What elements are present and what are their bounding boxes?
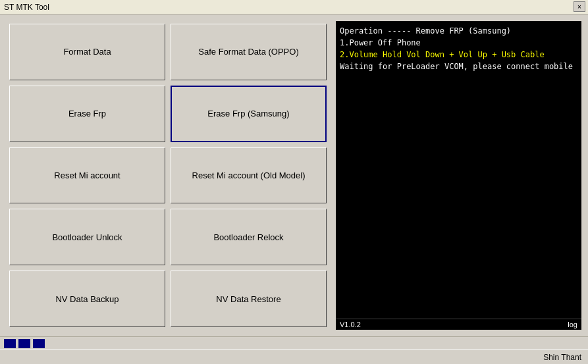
footer-text: Shin Thant — [543, 353, 581, 362]
status-square-3 — [33, 339, 45, 348]
bootloader-unlock-button[interactable]: Bootloader Unlock — [9, 209, 165, 265]
console-line: 1.Power Off Phone — [340, 37, 577, 49]
safe-format-oppo-button[interactable]: Safe Format Data (OPPO) — [171, 24, 327, 80]
bootloader-relock-button[interactable]: Bootloader Relock — [171, 209, 327, 265]
status-square-1 — [4, 339, 16, 348]
console-footer: V1.0.2 log — [336, 319, 581, 330]
reset-mi-account-button[interactable]: Reset Mi account — [9, 147, 165, 204]
footer-bar: Shin Thant — [0, 350, 588, 364]
format-data-button[interactable]: Format Data — [9, 24, 165, 80]
title-bar: ST MTK Tool × — [0, 0, 588, 14]
console-output: Operation ----- Remove FRP (Samsung)1.Po… — [336, 21, 581, 319]
console-line: Operation ----- Remove FRP (Samsung) — [340, 25, 577, 37]
main-content: Format DataSafe Format Data (OPPO)Erase … — [0, 14, 588, 336]
button-panel: Format DataSafe Format Data (OPPO)Erase … — [7, 21, 329, 330]
close-icon: × — [577, 3, 581, 11]
nv-data-backup-button[interactable]: NV Data Backup — [9, 271, 165, 327]
version-label: V1.0.2 — [340, 321, 361, 328]
status-square-2 — [18, 339, 30, 348]
reset-mi-account-old-button[interactable]: Reset Mi account (Old Model) — [171, 147, 327, 204]
log-label: log — [568, 321, 577, 328]
nv-data-restore-button[interactable]: NV Data Restore — [171, 271, 327, 327]
erase-frp-button[interactable]: Erase Frp — [9, 86, 165, 142]
close-button[interactable]: × — [574, 1, 585, 12]
console-panel: Operation ----- Remove FRP (Samsung)1.Po… — [336, 21, 581, 330]
console-line: Waiting for PreLoader VCOM, please conne… — [340, 61, 577, 72]
app-title: ST MTK Tool — [4, 3, 49, 12]
erase-frp-samsung-button[interactable]: Erase Frp (Samsung) — [171, 86, 327, 142]
status-bar — [0, 336, 588, 350]
console-line: 2.Volume Hold Vol Down + Vol Up + Usb Ca… — [340, 49, 577, 61]
